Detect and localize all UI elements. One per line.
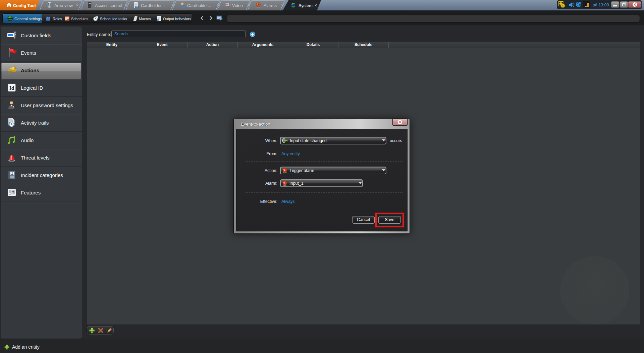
svg-text:Config Tool: Config Tool xyxy=(13,3,36,8)
svg-text:Access control: Access control xyxy=(95,3,122,8)
svg-text:Alarms: Alarms xyxy=(264,3,277,8)
svg-text:×: × xyxy=(314,2,317,8)
svg-text:×: × xyxy=(281,2,284,8)
svg-text:Id: Id xyxy=(9,85,14,91)
svg-text:System: System xyxy=(299,3,313,8)
svg-text:1: 1 xyxy=(562,4,564,8)
svg-text:pá 13:09: pá 13:09 xyxy=(593,3,609,7)
svg-text:×: × xyxy=(247,2,250,8)
svg-text:×: × xyxy=(172,2,175,8)
svg-text:Video: Video xyxy=(232,3,243,8)
svg-text:×: × xyxy=(125,2,128,8)
svg-text:Area view: Area view xyxy=(54,3,73,8)
svg-text:×: × xyxy=(217,2,220,8)
svg-text:×: × xyxy=(76,2,79,8)
svg-text:Cardholder...: Cardholder... xyxy=(141,3,165,8)
svg-text:Cardholder...: Cardholder... xyxy=(187,3,211,8)
